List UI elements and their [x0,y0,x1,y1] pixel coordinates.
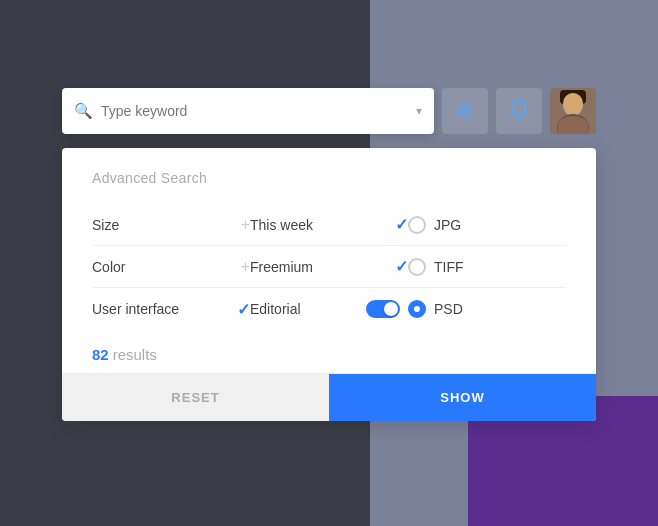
svg-rect-3 [560,90,586,104]
filter-row-size: Size + [92,204,250,246]
freemium-check-icon: ✓ [395,257,408,276]
filter-col-3: JPG TIFF PSD [408,204,566,330]
filter-row-this-week[interactable]: This week ✓ [250,204,408,246]
search-input[interactable] [101,103,416,119]
results-text: results [113,346,157,363]
filter-row-editorial: Editorial [250,288,408,330]
editorial-label: Editorial [250,301,366,317]
size-add-icon[interactable]: + [241,216,250,234]
gear-icon: ⚙ [456,99,474,123]
search-icon: 🔍 [74,102,93,120]
filter-row-user-interface: User interface ✓ [92,288,250,330]
reset-button[interactable]: RESET [62,374,329,421]
toggle-thumb [384,302,398,316]
size-label: Size [92,217,241,233]
jpg-label: JPG [434,217,461,233]
svg-point-1 [563,94,583,116]
bell-icon [508,98,530,125]
bell-button[interactable] [496,88,542,134]
filter-row-freemium[interactable]: Freemium ✓ [250,246,408,288]
filter-row-tiff[interactable]: TIFF [408,246,566,288]
psd-radio[interactable] [408,300,426,318]
avatar [550,88,596,134]
advanced-search-panel: Advanced Search Size + Color + User inte… [62,148,596,421]
header-bar: 🔍 ▾ ⚙ [62,88,596,134]
search-wrapper: 🔍 ▾ [62,88,434,134]
psd-label: PSD [434,301,463,317]
filter-col-2: This week ✓ Freemium ✓ Editorial [250,204,408,330]
user-interface-check-icon: ✓ [237,300,250,319]
this-week-check-icon: ✓ [395,215,408,234]
filter-row-color: Color + [92,246,250,288]
user-interface-label: User interface [92,301,237,317]
dropdown-chevron-button[interactable]: ▾ [416,104,422,118]
filter-row-psd[interactable]: PSD [408,288,566,330]
editorial-toggle[interactable] [366,300,400,318]
tiff-label: TIFF [434,259,464,275]
filter-row-jpg[interactable]: JPG [408,204,566,246]
search-container: 🔍 ▾ [62,88,434,134]
filter-grid: Size + Color + User interface ✓ This wee… [92,204,566,330]
avatar-button[interactable] [550,88,596,134]
this-week-label: This week [250,217,395,233]
panel-title: Advanced Search [92,170,566,186]
show-button[interactable]: SHOW [329,374,596,421]
results-count: 82 [92,346,109,363]
svg-rect-0 [550,88,596,134]
color-label: Color [92,259,241,275]
filter-col-1: Size + Color + User interface ✓ [92,204,250,330]
results-row: 82 results [92,330,566,373]
tiff-radio[interactable] [408,258,426,276]
freemium-label: Freemium [250,259,395,275]
jpg-radio[interactable] [408,216,426,234]
color-add-icon[interactable]: + [241,258,250,276]
panel-footer: RESET SHOW [62,373,596,421]
gear-button[interactable]: ⚙ [442,88,488,134]
